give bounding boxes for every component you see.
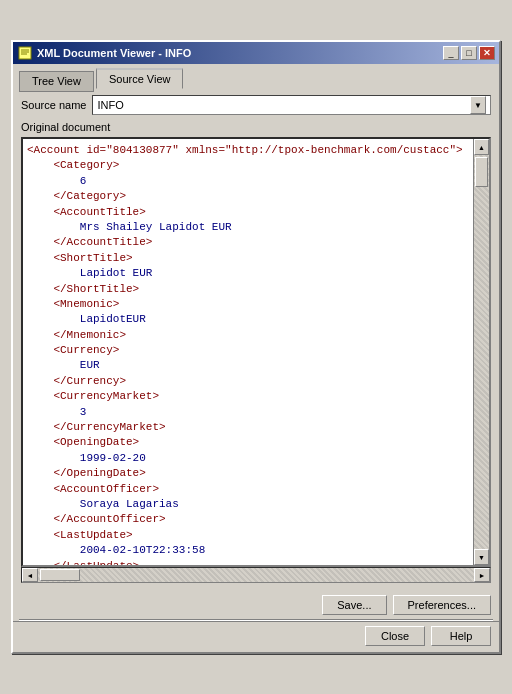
help-button[interactable]: Help bbox=[431, 626, 491, 646]
close-button[interactable]: Close bbox=[365, 626, 425, 646]
scroll-right-button[interactable]: ► bbox=[474, 568, 490, 582]
close-window-button[interactable]: ✕ bbox=[479, 46, 495, 60]
tab-source-view[interactable]: Source View bbox=[96, 68, 184, 89]
xml-content-area: <Account id="804130877" xmlns="http://tp… bbox=[23, 139, 489, 565]
source-name-row: Source name INFO ▼ bbox=[21, 95, 491, 115]
xml-viewport[interactable]: <Account id="804130877" xmlns="http://tp… bbox=[21, 137, 491, 567]
scroll-up-button[interactable]: ▲ bbox=[474, 139, 489, 155]
horizontal-scrollbar[interactable]: ◄ ► bbox=[21, 567, 491, 583]
window-title: XML Document Viewer - INFO bbox=[37, 47, 443, 59]
select-dropdown-arrow[interactable]: ▼ bbox=[470, 96, 486, 114]
title-bar-buttons: _ □ ✕ bbox=[443, 46, 495, 60]
bottom-buttons-row-2: Close Help bbox=[13, 621, 499, 652]
content-area: Source name INFO ▼ Original document <Ac… bbox=[13, 89, 499, 589]
scroll-thumb-v[interactable] bbox=[475, 157, 488, 187]
minimize-button[interactable]: _ bbox=[443, 46, 459, 60]
scroll-track-h[interactable] bbox=[38, 568, 474, 582]
main-window: XML Document Viewer - INFO _ □ ✕ Tree Vi… bbox=[11, 40, 501, 654]
window-icon bbox=[17, 45, 33, 61]
scroll-thumb-h[interactable] bbox=[40, 569, 80, 581]
maximize-button[interactable]: □ bbox=[461, 46, 477, 60]
tab-tree-view[interactable]: Tree View bbox=[19, 71, 94, 92]
source-name-select[interactable]: INFO ▼ bbox=[92, 95, 491, 115]
svg-rect-0 bbox=[19, 47, 31, 59]
scroll-track-v[interactable] bbox=[474, 155, 489, 549]
scroll-left-button[interactable]: ◄ bbox=[22, 568, 38, 582]
bottom-buttons-row-1: Save... Preferences... bbox=[13, 589, 499, 619]
scroll-down-button[interactable]: ▼ bbox=[474, 549, 489, 565]
title-bar: XML Document Viewer - INFO _ □ ✕ bbox=[13, 42, 499, 64]
save-button[interactable]: Save... bbox=[322, 595, 386, 615]
preferences-button[interactable]: Preferences... bbox=[393, 595, 491, 615]
vertical-scrollbar[interactable]: ▲ ▼ bbox=[473, 139, 489, 565]
original-document-label: Original document bbox=[21, 121, 491, 133]
source-name-label: Source name bbox=[21, 99, 86, 111]
tab-bar: Tree View Source View bbox=[13, 64, 499, 89]
